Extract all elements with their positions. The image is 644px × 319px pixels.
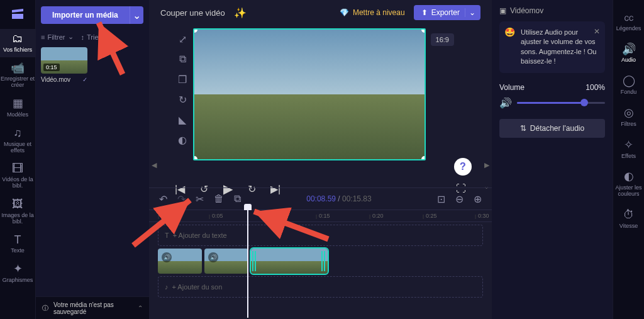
timeline-clip-selected[interactable] bbox=[251, 249, 328, 274]
crop-tool[interactable]: ⧉ bbox=[176, 53, 189, 65]
transform-tool[interactable]: ⤢ bbox=[176, 33, 189, 45]
rail-videos-lib[interactable]: 🎞Vidéos de la bibl. bbox=[0, 159, 36, 194]
redo-button[interactable]: ↷ bbox=[177, 193, 186, 205]
upload-icon: ⬆ bbox=[421, 8, 428, 17]
speed-icon: ⏱ bbox=[623, 209, 635, 221]
rail-fade[interactable]: ◯Fondu bbox=[613, 70, 645, 101]
info-icon: ⓘ bbox=[42, 304, 48, 313]
rail-effects[interactable]: ✧Effets bbox=[613, 134, 645, 165]
fit-button[interactable]: ⊡ bbox=[437, 193, 445, 205]
trim-handle[interactable] bbox=[252, 251, 257, 271]
clip-name: Vidéo.mov bbox=[41, 76, 70, 83]
filters-icon: ◎ bbox=[624, 107, 634, 120]
filter-button[interactable]: ≡Filtrer⌄ bbox=[41, 33, 74, 41]
media-clip[interactable]: 0:15 Vidéo.mov✓ bbox=[41, 47, 87, 83]
chevron-up-icon[interactable]: ⌃ bbox=[138, 305, 143, 311]
zoom-out-button[interactable]: ⊖ bbox=[455, 193, 464, 205]
emoji-icon: 🤩 bbox=[504, 26, 515, 39]
diamond-icon: 💎 bbox=[340, 8, 349, 17]
audio-track[interactable]: ♪+ Ajouter du son bbox=[158, 276, 483, 298]
text-icon: T bbox=[165, 232, 169, 239]
timecode: 00:08.59 / 00:15.83 bbox=[306, 194, 371, 203]
rail-record[interactable]: 📹Enregistrer et créer bbox=[0, 59, 36, 93]
fade-icon: ◯ bbox=[623, 75, 635, 87]
video-track: 🔊 🔊 bbox=[158, 249, 483, 274]
rail-graphics[interactable]: ✦Graphismes bbox=[0, 259, 36, 288]
rail-adjust-colors[interactable]: ◐Ajuster les couleurs bbox=[613, 165, 645, 203]
sort-icon: ↕ bbox=[81, 33, 85, 41]
speaker-icon[interactable]: 🔊 bbox=[499, 97, 512, 109]
preview-canvas[interactable] bbox=[193, 28, 426, 160]
timeline-ruler[interactable]: | 0:05 0:10 0:15 0:20 0:25 0:30 bbox=[149, 210, 492, 222]
detach-icon: ⇅ bbox=[520, 124, 526, 133]
rail-filters[interactable]: ◎Filtres bbox=[613, 102, 645, 133]
rail-text[interactable]: TTexte bbox=[0, 230, 36, 259]
collapse-left-icon[interactable]: ◀ bbox=[152, 161, 157, 169]
save-status-bar: ⓘ Votre média n'est pas sauvegardé ⌃ bbox=[36, 296, 149, 319]
app-logo bbox=[10, 6, 25, 21]
video-icon: ▣ bbox=[499, 6, 506, 15]
delete-button[interactable]: 🗑 bbox=[214, 193, 224, 204]
selected-clip-name: Vidéomov bbox=[510, 6, 543, 15]
chevron-down-icon: ⌄ bbox=[133, 9, 141, 21]
rail-audio[interactable]: 🔊Audio bbox=[613, 38, 645, 69]
flip-tool[interactable]: ◣ bbox=[176, 113, 189, 126]
top-bar: Couper une vidéo ✨ 💎Mettre à niveau ⬆Exp… bbox=[149, 0, 492, 25]
volume-slider[interactable] bbox=[517, 102, 605, 104]
opacity-tool[interactable]: ◐ bbox=[176, 133, 189, 146]
rail-captions[interactable]: ㏄Légendes bbox=[613, 6, 645, 37]
aspect-ratio-button[interactable]: 16:9 bbox=[431, 33, 454, 46]
split-button[interactable]: ✂ bbox=[196, 193, 204, 205]
text-track[interactable]: T+ Ajouter du texte bbox=[158, 225, 483, 246]
close-icon[interactable]: ✕ bbox=[594, 26, 600, 37]
canvas-tools: ⤢ ⧉ ❐ ↻ ◣ ◐ bbox=[174, 33, 191, 146]
chevron-down-icon: ⌄ bbox=[103, 33, 109, 41]
resize-handle[interactable] bbox=[421, 156, 426, 160]
volume-value: 100% bbox=[586, 83, 605, 92]
check-icon: ✓ bbox=[82, 76, 87, 83]
folder-icon: 🗂 bbox=[12, 33, 23, 45]
cc-ic\on: ㏄ bbox=[623, 11, 635, 24]
export-button[interactable]: ⬆Exporter⌄ bbox=[414, 5, 480, 20]
right-rail: ㏄Légendes 🔊Audio ◯Fondu ◎Filtres ✧Effets… bbox=[613, 0, 644, 319]
music-icon: ♫ bbox=[13, 127, 22, 140]
rail-templates[interactable]: ▦Modèles bbox=[0, 94, 36, 122]
duplicate-button[interactable]: ⧉ bbox=[234, 193, 241, 204]
zoom-in-button[interactable]: ⊕ bbox=[474, 193, 482, 205]
timeline-clip[interactable]: 🔊 bbox=[204, 249, 248, 274]
rotate-tool[interactable]: ↻ bbox=[176, 93, 189, 106]
import-media-button[interactable]: Importer un média bbox=[41, 6, 130, 24]
shapes-icon: ✦ bbox=[13, 263, 23, 276]
tip-card: 🤩 ✕ Utilisez Audio pour ajuster le volum… bbox=[499, 21, 605, 73]
pip-tool[interactable]: ❐ bbox=[176, 73, 189, 86]
trim-handle[interactable] bbox=[321, 251, 326, 271]
resize-handle[interactable] bbox=[421, 28, 426, 33]
playhead[interactable] bbox=[247, 208, 248, 318]
rail-images-lib[interactable]: 🖼Images de la bibl. bbox=[0, 194, 36, 229]
property-panel: ▣Vidéomov 🤩 ✕ Utilisez Audio pour ajuste… bbox=[492, 0, 613, 319]
left-rail: 🗂Vos fichiers 📹Enregistrer et créer ▦Mod… bbox=[0, 0, 36, 319]
rail-music[interactable]: ♫Musique et effets bbox=[0, 123, 36, 158]
page-title: Couper une vidéo bbox=[160, 8, 225, 18]
timeline: ↶ ↷ ✂ 🗑 ⧉ 00:08.59 / 00:15.83 ⊡ ⊖ ⊕ | 0:… bbox=[149, 187, 492, 319]
upgrade-button[interactable]: 💎Mettre à niveau bbox=[340, 8, 405, 17]
filter-icon: ≡ bbox=[41, 33, 45, 41]
speaker-icon: 🔊 bbox=[162, 252, 172, 262]
detach-audio-button[interactable]: ⇅Détacher l'audio bbox=[499, 119, 605, 138]
import-dropdown[interactable]: ⌄ bbox=[130, 6, 143, 24]
clip-duration: 0:15 bbox=[43, 64, 60, 71]
collapse-right-icon[interactable]: ▶ bbox=[484, 161, 489, 169]
image-icon: 🖼 bbox=[12, 198, 23, 211]
slider-knob[interactable] bbox=[580, 99, 588, 106]
chevron-down-icon: ⌄ bbox=[465, 8, 475, 17]
camera-icon: 📹 bbox=[11, 62, 25, 75]
rail-your-files[interactable]: 🗂Vos fichiers bbox=[0, 29, 36, 57]
rail-speed[interactable]: ⏱Vitesse bbox=[613, 204, 645, 235]
timeline-clip[interactable]: 🔊 bbox=[158, 249, 202, 274]
resize-handle[interactable] bbox=[193, 156, 197, 160]
help-button[interactable]: ? bbox=[454, 158, 472, 176]
sort-button[interactable]: ↕Trier⌄ bbox=[81, 33, 109, 41]
sparkle-icon: ✧ bbox=[624, 139, 633, 152]
magic-wand-icon[interactable]: ✨ bbox=[234, 7, 247, 19]
undo-button[interactable]: ↶ bbox=[159, 193, 167, 205]
